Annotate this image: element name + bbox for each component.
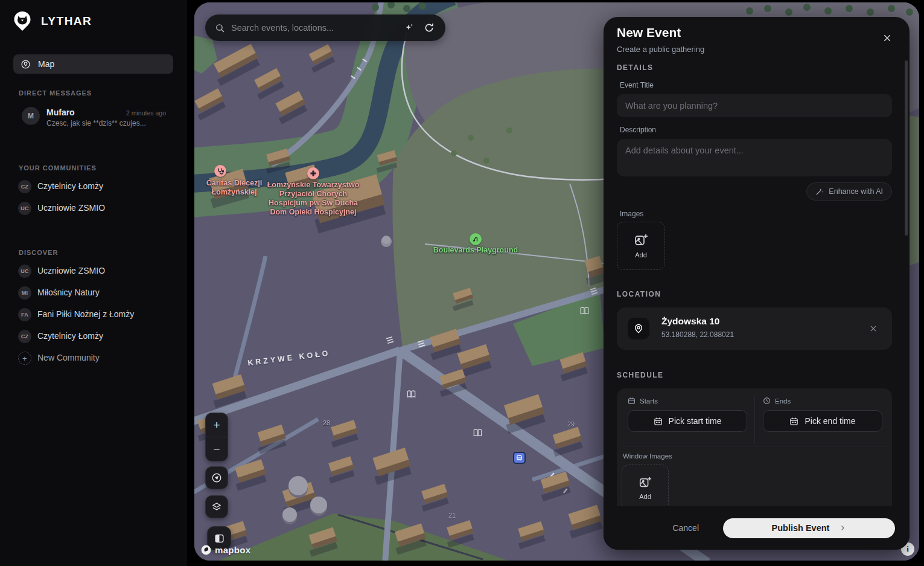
community-name: Fani Piłki Nożnej z Łomży bbox=[37, 309, 134, 319]
avatar: M bbox=[22, 107, 40, 125]
mapbox-attribution[interactable]: mapbox bbox=[200, 544, 250, 556]
description-label: Description bbox=[620, 126, 656, 134]
location-pin-badge bbox=[628, 318, 649, 339]
community-name: Miłośnicy Natury bbox=[37, 288, 100, 297]
image-plus-icon bbox=[634, 233, 648, 248]
event-title-label: Event Title bbox=[620, 81, 654, 89]
pick-start-time-button[interactable]: Pick start time bbox=[628, 410, 747, 432]
slide-icon bbox=[472, 236, 479, 243]
community-name: Uczniowie ZSMIO bbox=[37, 266, 105, 275]
layers-button[interactable] bbox=[205, 495, 228, 518]
library-poi-icon bbox=[473, 428, 483, 437]
cancel-button[interactable]: Cancel bbox=[672, 523, 699, 533]
compass-button[interactable] bbox=[205, 466, 228, 489]
ai-search-button[interactable] bbox=[398, 18, 419, 38]
remove-location-button[interactable] bbox=[868, 323, 879, 334]
discover-item[interactable]: FA Fani Piłki Nożnej z Łomży bbox=[13, 306, 174, 324]
dm-time: 2 minutes ago bbox=[126, 109, 166, 117]
community-avatar: UC bbox=[18, 265, 31, 278]
community-avatar: UC bbox=[18, 202, 31, 215]
medical-poi-icon[interactable] bbox=[214, 165, 226, 177]
community-avatar: CZ bbox=[18, 180, 31, 193]
divider bbox=[622, 446, 887, 446]
sparkles-icon bbox=[404, 23, 414, 33]
discover-item[interactable]: CZ Czytelnicy Łomży bbox=[13, 327, 174, 346]
playground-poi-icon[interactable] bbox=[470, 233, 482, 245]
mapbox-wordmark: mapbox bbox=[215, 545, 250, 555]
app-window: LYTHAR Map DIRECT MESSAGES M Mufaro 2 mi… bbox=[0, 0, 924, 566]
event-title-input[interactable] bbox=[617, 94, 892, 117]
community-avatar: MI bbox=[18, 286, 31, 300]
map-icon bbox=[21, 59, 31, 69]
location-card: Żydowska 10 53.180288, 22.088021 bbox=[617, 307, 892, 350]
enhance-with-ai-button[interactable]: Enhance with AI bbox=[806, 182, 892, 201]
calendar-icon bbox=[628, 397, 636, 405]
image-plus-icon bbox=[639, 476, 652, 489]
brand-name: LYTHAR bbox=[41, 14, 92, 28]
zoom-out-button[interactable]: − bbox=[206, 437, 228, 461]
section-discover: DISCOVER bbox=[19, 249, 58, 256]
library-poi-icon bbox=[579, 306, 590, 315]
clock-icon bbox=[763, 397, 771, 405]
search-input[interactable] bbox=[231, 23, 398, 33]
section-your-communities: YOUR COMMUNITIES bbox=[19, 164, 97, 172]
window-images-label: Window Images bbox=[623, 452, 672, 460]
community-name: Czytelnicy Łomży bbox=[37, 331, 103, 341]
calendar-icon bbox=[789, 417, 798, 426]
pick-end-time-button[interactable]: Pick end time bbox=[763, 410, 882, 432]
divider bbox=[754, 396, 755, 444]
starts-label: Starts bbox=[640, 397, 658, 405]
add-window-image-label: Add bbox=[639, 493, 651, 500]
community-name: Uczniowie ZSMIO bbox=[37, 203, 105, 213]
community-item[interactable]: UC Uczniowie ZSMIO bbox=[13, 199, 174, 217]
pick-start-label: Pick start time bbox=[669, 416, 722, 426]
panel-scrollbar[interactable] bbox=[905, 60, 908, 236]
publish-event-button[interactable]: Publish Event bbox=[723, 518, 895, 538]
discover-item[interactable]: UC Uczniowie ZSMIO bbox=[13, 262, 174, 280]
dm-preview: Czesc, jak sie **dzis** czujes... bbox=[46, 119, 170, 127]
new-community-label: New Community bbox=[37, 353, 100, 362]
panel-title: New Event bbox=[617, 25, 681, 40]
mapbox-logo-icon bbox=[200, 544, 212, 556]
location-coordinates: 53.180288, 22.088021 bbox=[661, 330, 734, 339]
pick-end-label: Pick end time bbox=[805, 416, 855, 426]
cross-icon bbox=[310, 170, 317, 177]
description-input[interactable] bbox=[617, 139, 892, 176]
location-name: Żydowska 10 bbox=[661, 316, 720, 327]
community-item[interactable]: CZ Czytelnicy Łomży bbox=[13, 178, 174, 196]
publish-label: Publish Event bbox=[772, 523, 830, 533]
library-poi-icon bbox=[406, 390, 416, 399]
section-direct-messages: DIRECT MESSAGES bbox=[19, 89, 92, 97]
refresh-button[interactable] bbox=[419, 18, 439, 38]
panel-footer: Cancel Publish Event bbox=[604, 506, 910, 550]
stethoscope-icon bbox=[217, 167, 224, 175]
search-icon bbox=[215, 23, 225, 33]
wolf-logo-icon bbox=[13, 11, 31, 31]
add-window-image-button[interactable]: Add bbox=[622, 465, 669, 512]
images-label: Images bbox=[620, 210, 643, 218]
close-button[interactable] bbox=[881, 31, 894, 45]
hospital-poi-icon[interactable] bbox=[307, 167, 319, 179]
dm-name: Mufaro bbox=[46, 108, 75, 117]
house-number: 29 bbox=[567, 420, 575, 428]
sidebar: LYTHAR Map DIRECT MESSAGES M Mufaro 2 mi… bbox=[0, 0, 187, 566]
zoom-control: + − bbox=[205, 413, 228, 461]
enhance-label: Enhance with AI bbox=[829, 187, 883, 196]
ends-label: Ends bbox=[775, 397, 791, 405]
close-icon bbox=[869, 324, 878, 333]
house-number: 21 bbox=[448, 512, 456, 519]
new-community-button[interactable]: + New Community bbox=[13, 349, 174, 367]
dm-item-mufaro[interactable]: M Mufaro 2 minutes ago Czesc, jak sie **… bbox=[13, 105, 174, 132]
panel-subtitle: Create a public gathering bbox=[617, 45, 704, 54]
discover-item[interactable]: MI Miłośnicy Natury bbox=[13, 284, 174, 302]
sidebar-item-map[interactable]: Map bbox=[13, 54, 173, 74]
zoom-in-button[interactable]: + bbox=[206, 413, 228, 437]
map-search-bar bbox=[205, 14, 445, 41]
add-image-button[interactable]: Add bbox=[617, 222, 665, 270]
split-panel-icon bbox=[214, 533, 225, 544]
brand-row: LYTHAR bbox=[13, 11, 92, 31]
chevron-right-icon bbox=[839, 524, 846, 532]
magic-wand-icon bbox=[815, 187, 824, 196]
section-details: DETAILS bbox=[617, 63, 654, 72]
bus-stop-icon[interactable] bbox=[513, 452, 526, 464]
